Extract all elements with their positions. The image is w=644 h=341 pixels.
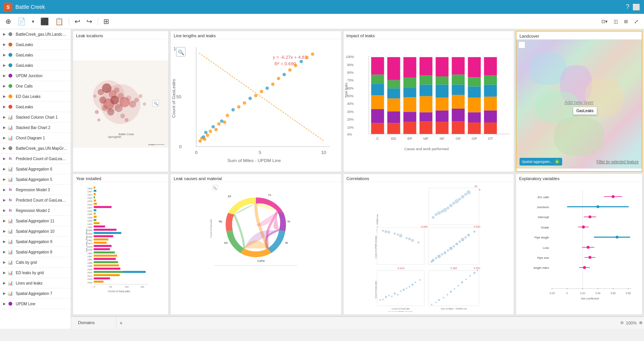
expand-arrow[interactable]: ▶ [3,260,6,264]
sidebar-item[interactable]: ▶ fx Predicted Count of GasLeaks 1 [0,154,71,164]
leak-locations-title: Leak locations [73,31,168,39]
add-tab-button[interactable]: + [116,318,126,328]
sidebar-item[interactable]: ▶ 📊 Spatial Aggregation 5 [0,174,71,185]
expand-arrow[interactable]: ▶ [3,115,6,119]
svg-point-253 [408,238,410,240]
expand-arrow[interactable]: ▶ [3,198,6,202]
add-button[interactable]: ⊕ [3,16,13,27]
layout-button[interactable]: ⊞ [101,16,111,27]
sidebar-item[interactable]: ▶ BattleCreek_gas.UN.MapGrid_DDP [0,143,71,154]
redo-button[interactable]: ↪ [84,16,95,27]
expand-arrow[interactable]: ▶ [3,53,6,57]
year-chart-svg: Year_Insta_Pipe_Meter 1903 1907 1911 191… [73,182,168,312]
maximize-icon[interactable]: ⬜ [632,3,640,11]
svg-text:2007: 2007 [87,271,92,274]
expand-arrow[interactable]: ▶ [3,32,6,36]
sidebar-item[interactable]: ▶ ED Gas Leaks [0,91,71,102]
landcover-panel: Landcover Add new layer [516,31,642,172]
svg-text:1927: 1927 [87,207,92,209]
svg-rect-103 [403,88,416,97]
expand-arrow[interactable]: ▶ [3,250,6,254]
sidebar-item[interactable]: ▶ GasLeaks [0,50,71,60]
help-icon[interactable]: ? [626,3,629,11]
sidebar-item[interactable]: ▶ 📊 Spatial Aggregation 7 [0,288,71,299]
sidebar-item[interactable]: ▶ 📊 Lines and leaks [0,278,71,288]
expand-arrow[interactable]: ▶ [3,157,6,161]
filter-selected-button[interactable]: Filter by selected feature [597,160,639,164]
grid-button[interactable]: ⬛ [38,16,51,27]
sidebar-item[interactable]: ▶ 📊 Spatial Aggregation 8 [0,247,71,257]
expand-arrow[interactable]: ▶ [3,209,6,212]
undo-button[interactable]: ↩ [72,16,83,27]
sidebar-item[interactable]: ▶ 📊 Spatial Aggregation 9 [0,237,71,247]
expand-arrow[interactable]: ▶ [3,136,6,140]
sidebar-item-label: GasLeaks [16,105,33,109]
sidebar-item[interactable]: ▶ 📊 ED leaks by grid [0,268,71,278]
svg-rect-98 [387,99,400,112]
tab-item-regression[interactable]: Regression [73,327,116,329]
expand-arrow[interactable]: ▶ [3,126,6,129]
svg-text:Cause and work performed: Cause and work performed [404,147,448,151]
sidebar-item[interactable]: ▶ 📊 Calls by grid [0,257,71,268]
add-layer-text[interactable]: Add new layer [564,100,594,105]
sidebar-item[interactable]: ▶ UPDM Junction [0,71,71,81]
expand-arrow[interactable]: ▶ [3,302,6,306]
expand-arrow[interactable]: ▶ [3,167,6,171]
sidebar-item[interactable]: ▶ 📊 Chord Diagram 1 [0,133,71,143]
svg-text:20%: 20% [347,118,354,121]
layout2-button[interactable]: ◫ [611,17,620,26]
expand-arrow[interactable]: ▶ [3,94,6,98]
sidebar-item[interactable]: ▶ fx Regression Model 2 [0,205,71,216]
svg-rect-105 [403,112,416,122]
expand-arrow[interactable]: ▶ [3,229,6,233]
panels-button[interactable]: ⊞ [622,17,630,26]
svg-rect-107 [419,57,432,76]
expand-arrow[interactable]: ▶ [3,63,6,67]
sidebar-item[interactable]: ▶ 📊 Spatial Aggregation 11 [0,216,71,226]
sidebar-item-label: Stacked Bar Chart 2 [16,126,50,130]
sidebar-item[interactable]: ▶ 📊 Stacked Bar Chart 2 [0,122,71,133]
expand-arrow[interactable]: ▶ [3,84,6,88]
expand-arrow[interactable]: ▶ [3,271,6,275]
svg-text:MF: MF [423,136,428,141]
copy-button[interactable]: 📋 [53,16,66,27]
sidebar-item[interactable]: ▶ 📊 Spatial Aggregation 6 [0,164,71,174]
view-options-button[interactable]: ⊡▾ [599,17,610,26]
sidebar-item[interactable]: ▶ 📊 Spatial Aggregation 10 [0,226,71,237]
svg-point-227 [432,216,434,219]
tab-item-domains[interactable]: Domains [73,318,116,327]
svg-point-247 [399,234,402,237]
spatial-aggregation-button[interactable]: Spatial aggregatio... ⊕ [520,158,562,166]
sidebar-item[interactable]: ▶ GasLeaks [0,60,71,71]
svg-rect-121 [451,85,465,95]
svg-rect-165 [94,216,97,218]
sidebar-item[interactable]: ▶ fx Regression Model 3 [0,185,71,195]
dropdown-button[interactable]: ▾ [30,17,37,26]
sidebar-item[interactable]: ▶ GasLeaks [0,40,71,50]
fullscreen-button[interactable]: ⤢ [632,17,641,26]
chord-svg: Count of GasLeaks [171,182,341,312]
svg-point-264 [453,245,455,247]
svg-rect-133 [484,85,497,97]
sidebar-item[interactable]: ▶ 📊 Stacked Column Chart 1 [0,112,71,122]
expand-arrow[interactable]: ▶ [3,188,6,192]
sidebar-item[interactable]: ▶ BattleCreek_gas.UN.Landcover_2... [0,29,71,40]
new-doc-button[interactable]: 📄 [15,16,28,27]
sidebar-item[interactable]: ▶ GasLeaks [0,102,71,112]
svg-text:Mp: Mp [219,220,222,223]
expand-arrow[interactable]: ▶ [3,219,6,223]
svg-text:C: C [376,136,379,141]
svg-text:1935: 1935 [87,213,93,215]
expand-arrow[interactable]: ▶ [3,146,6,150]
expand-arrow[interactable]: ▶ [3,281,6,285]
expand-arrow[interactable]: ▶ [3,74,6,78]
svg-rect-226 [428,188,479,225]
expand-arrow[interactable]: ▶ [3,291,6,295]
sidebar-item[interactable]: ▶ UPDM Line [0,299,71,309]
expand-arrow[interactable]: ▶ [3,177,6,181]
expand-arrow[interactable]: ▶ [3,240,6,243]
expand-arrow[interactable]: ▶ [3,105,6,109]
sidebar-item[interactable]: ▶ One Calls [0,81,71,91]
expand-arrow[interactable]: ▶ [3,43,6,46]
sidebar-item[interactable]: ▶ fx Predicted Count of GasLeaks 3 [0,195,71,205]
